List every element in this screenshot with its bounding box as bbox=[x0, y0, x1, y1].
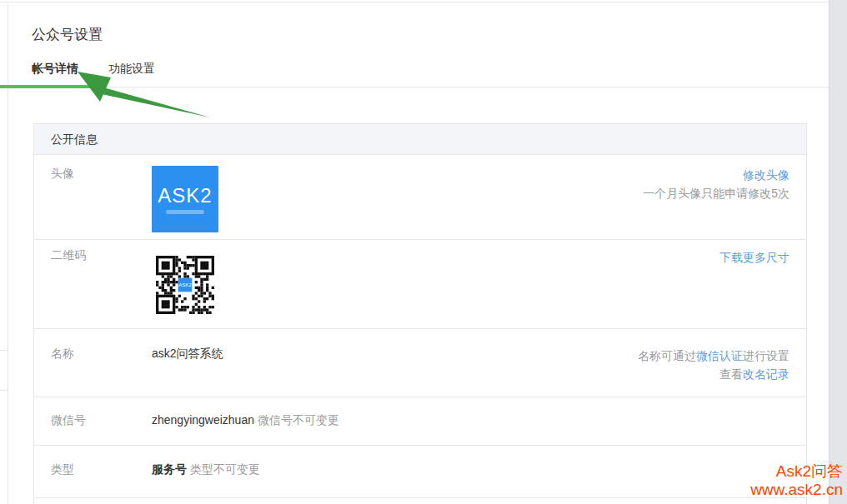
svg-text:ASK2: ASK2 bbox=[178, 282, 192, 287]
wechat-id-label: 微信号 bbox=[51, 413, 86, 428]
watermark-line2: www.ask2.cn bbox=[750, 481, 843, 498]
avatar-actions: 修改头像 一个月头像只能申请修改5次 bbox=[643, 166, 789, 202]
public-info-card: 公开信息 头像 ASK2 修改头像 一个月头像只能申请修改5次 二维码 ASK2… bbox=[33, 123, 807, 504]
download-more-sizes-link[interactable]: 下载更多尺寸 bbox=[719, 251, 789, 264]
type-label: 类型 bbox=[51, 462, 74, 477]
page-title: 公众号设置 bbox=[32, 25, 103, 44]
qr-code: ASK2 bbox=[152, 252, 218, 318]
qrcode-label: 二维码 bbox=[51, 248, 86, 263]
row-wechat-id: 微信号 zhengyingweizhuan 微信号不可变更 bbox=[34, 397, 806, 446]
active-tab-underline bbox=[0, 85, 93, 88]
row-type: 类型 服务号 类型不可变更 bbox=[34, 446, 806, 498]
wechat-verify-link[interactable]: 微信认证 bbox=[696, 349, 743, 362]
tab-account-details[interactable]: 帐号详情 bbox=[32, 62, 78, 77]
avatar-note: 一个月头像只能申请修改5次 bbox=[643, 187, 789, 200]
row-qrcode: 二维码 ASK2 下载更多尺寸 bbox=[34, 240, 806, 329]
top-border bbox=[0, 2, 829, 2]
name-note-prefix: 名称可通过 bbox=[638, 349, 696, 362]
left-panel-edge bbox=[8, 4, 8, 504]
left-panel-divider bbox=[0, 350, 8, 351]
tab-function-settings[interactable]: 功能设置 bbox=[108, 62, 155, 77]
page-right-gutter bbox=[829, 0, 847, 504]
history-prefix: 查看 bbox=[719, 367, 743, 381]
name-value: ask2问答系统 bbox=[152, 347, 223, 362]
rename-history-link[interactable]: 改名记录 bbox=[743, 367, 789, 381]
type-text: 服务号 bbox=[152, 462, 187, 476]
qrcode-actions: 下载更多尺寸 bbox=[719, 248, 789, 267]
row-avatar: 头像 ASK2 修改头像 一个月头像只能申请修改5次 bbox=[34, 155, 806, 240]
card-header: 公开信息 bbox=[34, 124, 806, 155]
wechat-id-value: zhengyingweizhuan 微信号不可变更 bbox=[152, 413, 339, 428]
type-value: 服务号 类型不可变更 bbox=[152, 462, 260, 477]
tabbar-border bbox=[0, 87, 829, 87]
left-panel-divider bbox=[0, 390, 8, 391]
watermark-line1: Ask2问答 bbox=[776, 462, 843, 480]
account-settings-page: 公众号设置 帐号详情 功能设置 公开信息 头像 ASK2 修改头像 一个月头像只… bbox=[0, 0, 847, 504]
avatar-image-subline bbox=[166, 210, 204, 214]
site-watermark: Ask2问答 www.ask2.cn bbox=[750, 462, 843, 499]
wechat-id-text: zhengyingweizhuan bbox=[152, 413, 254, 427]
avatar-image: ASK2 bbox=[152, 166, 218, 232]
name-label: 名称 bbox=[51, 347, 74, 362]
type-note: 类型不可变更 bbox=[190, 462, 260, 476]
avatar-label: 头像 bbox=[51, 167, 74, 182]
row-name: 名称 ask2问答系统 名称可通过微信认证进行设置 查看改名记录 bbox=[34, 329, 806, 397]
name-note-suffix: 进行设置 bbox=[743, 349, 789, 362]
name-notes: 名称可通过微信认证进行设置 查看改名记录 bbox=[638, 347, 789, 383]
modify-avatar-link[interactable]: 修改头像 bbox=[743, 168, 789, 182]
wechat-id-note: 微信号不可变更 bbox=[258, 413, 339, 427]
avatar-image-text: ASK2 bbox=[152, 184, 218, 207]
